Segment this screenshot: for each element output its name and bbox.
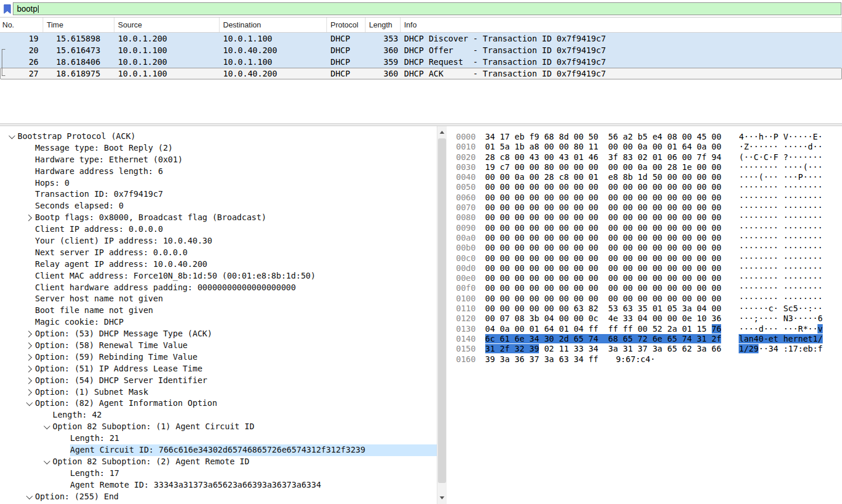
expander-box[interactable] (22, 212, 35, 224)
hex-row[interactable]: 00f000 00 00 00 00 00 00 00 00 00 00 00 … (456, 283, 842, 293)
filter-bookmark-button[interactable] (1, 4, 13, 14)
hex-row[interactable]: 01406c 61 6e 34 30 2d 65 74 68 65 72 6e … (456, 334, 842, 344)
detail-tree-row[interactable]: Length: 17 (0, 468, 437, 479)
scroll-up-button[interactable] (437, 128, 447, 137)
detail-tree-row[interactable]: Length: 42 (0, 409, 437, 421)
expander-box[interactable] (22, 375, 35, 387)
packet-list-header[interactable]: No.TimeSourceDestinationProtocolLengthIn… (0, 18, 842, 33)
chevron-right-icon[interactable] (25, 377, 32, 384)
detail-tree-row[interactable]: Seconds elapsed: 0 (0, 200, 437, 212)
hex-row[interactable]: 011000 00 00 00 00 00 63 82 53 63 35 01 … (456, 304, 842, 314)
expander-box[interactable] (22, 352, 35, 363)
expander-box[interactable] (22, 387, 35, 398)
chevron-down-icon[interactable] (26, 399, 33, 406)
detail-tree-row[interactable]: Magic cookie: DHCP (0, 317, 437, 328)
detail-tree-row[interactable]: Server host name not given (0, 293, 437, 305)
detail-tree-row[interactable]: Hardware type: Ethernet (0x01) (0, 154, 437, 166)
detail-tree-row[interactable]: Boot file name not given (0, 305, 437, 317)
column-header-destination[interactable]: Destination (220, 18, 327, 32)
hex-row[interactable]: 001001 5a 1b a8 00 00 80 11 00 00 0a 00 … (456, 142, 842, 152)
column-header-info[interactable]: Info (401, 18, 842, 32)
detail-tree-row[interactable]: Agent Circuit ID: 766c616e34302d65746865… (0, 444, 437, 456)
detail-tree-row[interactable]: Agent Remote ID: 33343a31373a65623a66393… (0, 479, 437, 491)
chevron-right-icon[interactable] (25, 215, 32, 221)
expander-box[interactable] (22, 491, 35, 503)
expander-box[interactable] (22, 398, 35, 409)
column-header-protocol[interactable]: Protocol (327, 18, 366, 32)
expander-box[interactable] (40, 456, 53, 468)
detail-tree-row[interactable]: Relay agent IP address: 10.0.40.200 (0, 259, 437, 270)
detail-tree-row[interactable]: Option: (59) Rebinding Time Value (0, 352, 437, 363)
detail-tree-row[interactable]: Client MAC address: Force10N_8b:1d:50 (0… (0, 270, 437, 282)
hex-row[interactable]: 003019 c7 00 00 80 00 00 00 00 00 0a 00 … (456, 162, 842, 172)
detail-scrollbar[interactable] (437, 126, 447, 504)
hex-row[interactable]: 000034 17 eb f9 68 8d 00 50 56 a2 b5 e4 … (456, 132, 842, 142)
detail-tree-row[interactable]: Hops: 0 (0, 178, 437, 189)
hex-row[interactable]: 004000 00 0a 00 28 c8 00 01 e8 8b 1d 50 … (456, 172, 842, 182)
hex-row[interactable]: 00c000 00 00 00 00 00 00 00 00 00 00 00 … (456, 253, 842, 263)
expander-box[interactable] (5, 131, 18, 142)
detail-tree-row[interactable]: Transaction ID: 0x7f9419c7 (0, 189, 437, 200)
hex-row[interactable]: 002028 c8 00 43 00 43 01 46 3f 83 02 01 … (456, 152, 842, 162)
chevron-right-icon[interactable] (25, 342, 32, 349)
detail-tree-row[interactable]: Option: (82) Agent Information Option (0, 398, 437, 409)
hex-row[interactable]: 005000 00 00 00 00 00 00 00 00 00 00 00 … (456, 182, 842, 192)
detail-tree-row[interactable]: Length: 21 (0, 433, 437, 444)
chevron-down-icon[interactable] (44, 458, 50, 464)
chevron-right-icon[interactable] (25, 331, 32, 337)
hex-row[interactable]: 009000 00 00 00 00 00 00 00 00 00 00 00 … (456, 223, 842, 233)
detail-tree-row[interactable]: Option: (54) DHCP Server Identifier (0, 375, 437, 387)
scrollbar-thumb[interactable] (438, 138, 446, 483)
hex-row[interactable]: 012000 07 08 3b 04 00 00 0c 4e 33 04 00 … (456, 314, 842, 324)
detail-tree-row[interactable]: Option: (53) DHCP Message Type (ACK) (0, 328, 437, 340)
packet-row[interactable]: 1915.61589810.0.1.20010.0.1.100DHCP353DH… (0, 33, 842, 44)
hex-ascii: ········ ········ (739, 182, 822, 192)
hex-row[interactable]: 00e000 00 00 00 00 00 00 00 00 00 00 00 … (456, 273, 842, 283)
scroll-down-button[interactable] (437, 493, 447, 502)
packet-row[interactable]: 2015.61647310.0.1.10010.0.40.200DHCP360D… (0, 44, 842, 56)
detail-tree-row[interactable]: Bootstrap Protocol (ACK) (0, 131, 437, 142)
chevron-right-icon[interactable] (25, 389, 32, 395)
chevron-right-icon[interactable] (25, 366, 32, 372)
hex-row[interactable]: 007000 00 00 00 00 00 00 00 00 00 00 00 … (456, 203, 842, 213)
hex-row[interactable]: 00a000 00 00 00 00 00 00 00 00 00 00 00 … (456, 233, 842, 243)
column-header-no[interactable]: No. (0, 18, 43, 32)
detail-field-text: Boot file name not given (35, 305, 153, 317)
hex-row[interactable]: 00d000 00 00 00 00 00 00 00 00 00 00 00 … (456, 263, 842, 273)
display-filter-input[interactable]: bootp (13, 2, 841, 15)
packet-bytes-pane[interactable]: 000034 17 eb f9 68 8d 00 50 56 a2 b5 e4 … (447, 126, 842, 504)
detail-tree-row[interactable]: Message type: Boot Reply (2) (0, 142, 437, 154)
column-header-source[interactable]: Source (114, 18, 220, 32)
detail-tree-row[interactable]: Option: (58) Renewal Time Value (0, 340, 437, 352)
expander-box[interactable] (22, 328, 35, 340)
detail-tree-row[interactable]: Client hardware address padding: 0000000… (0, 282, 437, 294)
detail-tree-row[interactable]: Option 82 Suboption: (1) Agent Circuit I… (0, 421, 437, 433)
expander-box[interactable] (22, 363, 35, 375)
hex-row[interactable]: 015031 2f 32 39 02 11 33 34 3a 31 37 3a … (456, 344, 842, 354)
column-header-time[interactable]: Time (43, 18, 114, 32)
detail-tree-row[interactable]: Hardware address length: 6 (0, 166, 437, 178)
detail-tree-row[interactable]: Option: (255) End (0, 491, 437, 503)
hex-row[interactable]: 010000 00 00 00 00 00 00 00 00 00 00 00 … (456, 294, 842, 304)
hex-row[interactable]: 006000 00 00 00 00 00 00 00 00 00 00 00 … (456, 193, 842, 203)
detail-tree-row[interactable]: Option 82 Suboption: (2) Agent Remote ID (0, 456, 437, 468)
detail-tree-row[interactable]: Next server IP address: 0.0.0.0 (0, 247, 437, 259)
chevron-right-icon[interactable] (25, 354, 32, 360)
column-header-length[interactable]: Length (366, 18, 401, 32)
detail-tree-row[interactable]: Client IP address: 0.0.0.0 (0, 224, 437, 235)
hex-row[interactable]: 008000 00 00 00 00 00 00 00 00 00 00 00 … (456, 213, 842, 223)
chevron-down-icon[interactable] (44, 423, 50, 429)
expander-box[interactable] (22, 340, 35, 352)
hex-row[interactable]: 00b000 00 00 00 00 00 00 00 00 00 00 00 … (456, 243, 842, 253)
expander-box[interactable] (40, 421, 53, 433)
chevron-down-icon[interactable] (26, 493, 33, 499)
packet-row[interactable]: 2718.61897510.0.1.10010.0.40.200DHCP360D… (0, 68, 842, 79)
detail-tree-row[interactable]: Your (client) IP address: 10.0.40.30 (0, 235, 437, 247)
detail-tree-row[interactable]: Option: (1) Subnet Mask (0, 387, 437, 398)
detail-tree-row[interactable]: Option: (51) IP Address Lease Time (0, 363, 437, 375)
hex-row[interactable]: 016039 3a 36 37 3a 63 34 ff9:67:c4· (456, 354, 842, 364)
packet-row[interactable]: 2618.61840610.0.1.20010.0.1.100DHCP359DH… (0, 56, 842, 68)
detail-tree-row[interactable]: Bootp flags: 0x8000, Broadcast flag (Bro… (0, 212, 437, 224)
chevron-down-icon[interactable] (9, 133, 15, 139)
hex-row[interactable]: 013004 0a 00 01 64 01 04 ff ff ff 00 52 … (456, 324, 842, 334)
